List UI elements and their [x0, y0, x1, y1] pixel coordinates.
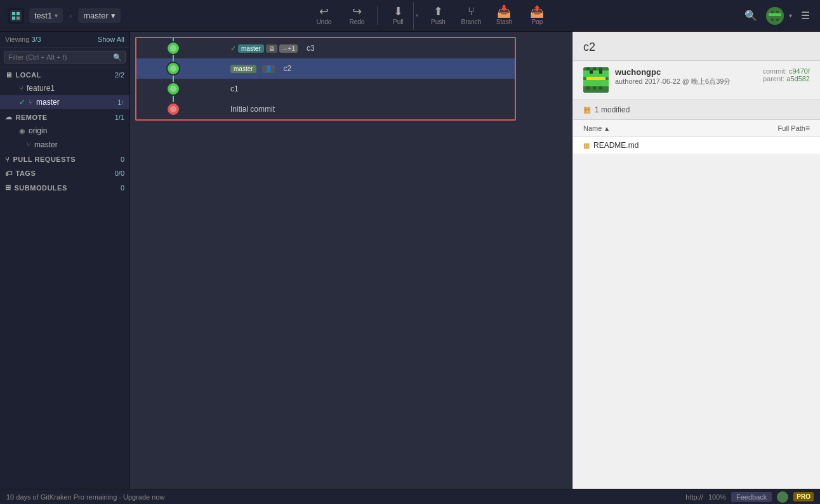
svg-rect-11 — [771, 18, 774, 21]
repo-name-text: test1 — [34, 11, 52, 20]
svg-rect-35 — [590, 70, 593, 74]
undo-label: Undo — [317, 18, 332, 25]
push-button[interactable]: ⬆ Push — [423, 2, 453, 30]
commit-graph-initial — [142, 99, 230, 119]
commit-message-initial: Initial commit — [230, 105, 275, 114]
commit-row-c2[interactable]: master 👤 c2 — [136, 58, 515, 79]
svg-point-21 — [170, 86, 176, 92]
local-section-header[interactable]: 🖥 LOCAL 2/2 — [0, 67, 129, 81]
svg-rect-3 — [17, 12, 20, 15]
commit-meta: commit: c9470f parent: a5d582 — [762, 67, 810, 83]
svg-rect-31 — [583, 80, 609, 86]
tags-section: 🏷 TAGS 0/0 — [0, 166, 129, 180]
author-date: authored 2017-06-22 @ 晚上6点39分 — [615, 77, 756, 86]
stash-button[interactable]: 📥 Stash — [489, 2, 519, 30]
submodules-section: ⊞ SUBMODULES 0 — [0, 180, 129, 194]
show-all-button[interactable]: Show All — [98, 36, 124, 43]
pull-requests-header[interactable]: ⑂ PULL REQUESTS 0 — [0, 152, 129, 166]
master-badge: 1↑ — [117, 99, 124, 106]
origin-branch-icon: ⑂ — [27, 141, 31, 149]
svg-rect-5 — [17, 17, 20, 20]
pr-count: 0 — [121, 156, 124, 163]
svg-rect-4 — [12, 17, 15, 20]
svg-rect-34 — [599, 86, 602, 90]
remote-section: ☁ REMOTE 1/1 ◉ origin ⑂ master — [0, 109, 129, 152]
svg-point-24 — [170, 106, 176, 112]
branch-item-icon-2: ⑂ — [29, 98, 33, 106]
branch-chevron-icon: ▾ — [111, 11, 116, 20]
redo-button[interactable]: ↪ Redo — [341, 2, 372, 30]
branch-name-text: master — [83, 11, 109, 20]
submodules-header[interactable]: ⊞ SUBMODULES 0 — [0, 180, 129, 194]
branch-icon: ⑂ — [468, 6, 475, 17]
master-label: master — [36, 98, 114, 107]
feature1-label: feature1 — [27, 84, 124, 93]
branch-selector[interactable]: master ▾ — [78, 8, 121, 23]
pop-button[interactable]: 📤 Pop — [522, 2, 552, 30]
local-title: 🖥 LOCAL — [5, 71, 41, 79]
svg-point-18 — [170, 65, 176, 72]
svg-rect-8 — [776, 11, 779, 13]
svg-rect-33 — [593, 86, 596, 90]
commit-graph: ✓ master 🖥 →+1 c3 — [135, 37, 516, 121]
viewing-text: Viewing 3/3 — [5, 36, 41, 43]
modified-icon: ▦ — [583, 105, 591, 114]
repo-selector[interactable]: test1 ▾ — [29, 8, 63, 23]
branch-label: Branch — [461, 18, 482, 25]
parent-label: parent: — [763, 75, 784, 83]
sidebar-item-master[interactable]: ✓ ⑂ master 1↑ — [0, 95, 129, 109]
remote-section-header[interactable]: ☁ REMOTE 1/1 — [0, 109, 129, 124]
commit-row-initial[interactable]: Initial commit — [136, 99, 515, 119]
tags-header[interactable]: 🏷 TAGS 0/0 — [0, 166, 129, 180]
push-icon: ⬆ — [433, 6, 443, 17]
file-row-readme[interactable]: ▦ README.md — [573, 137, 820, 154]
status-zoom: 100% — [708, 493, 726, 501]
tags-icon: 🏷 — [5, 169, 13, 177]
pull-label: Pull — [393, 18, 404, 25]
author-avatar — [583, 67, 609, 93]
sidebar-item-origin-master[interactable]: ⑂ master — [0, 138, 129, 152]
commit-initial-labels: Initial commit — [230, 105, 510, 114]
repo-chevron-icon: ▾ — [55, 12, 58, 19]
pull-button[interactable]: ⬇ Pull — [383, 2, 413, 30]
checkmark-icon: ✓ — [230, 44, 236, 53]
commit-row-c3[interactable]: ✓ master 🖥 →+1 c3 — [136, 38, 515, 58]
modified-bar: ▦ 1 modified — [573, 100, 820, 120]
main-layout: Viewing 3/3 Show All 🔍 🖥 LOCAL 2/2 ⑂ — [0, 32, 820, 489]
redo-icon: ↪ — [352, 6, 362, 17]
svg-rect-36 — [599, 70, 602, 74]
commit-row-c1[interactable]: c1 — [136, 79, 515, 99]
remote-title: ☁ REMOTE — [5, 113, 48, 121]
svg-rect-26 — [586, 67, 590, 70]
local-section: 🖥 LOCAL 2/2 ⑂ feature1 ✓ ⑂ master 1↑ — [0, 67, 129, 109]
svg-point-15 — [170, 45, 176, 51]
branch-button[interactable]: ⑂ Branch — [456, 2, 486, 30]
filter-wrap: 🔍 — [4, 51, 126, 63]
branch-tag-master-c3: master — [238, 44, 264, 53]
svg-rect-1 — [10, 10, 22, 22]
stash-label: Stash — [496, 18, 513, 25]
local-count: 2/2 — [115, 71, 124, 79]
avatar-chevron[interactable]: ▾ — [789, 12, 792, 19]
commit-title-bar: c2 — [573, 32, 820, 61]
pull-split-arrow[interactable]: ▾ — [413, 2, 420, 30]
filter-search-icon: 🔍 — [113, 53, 122, 62]
toolbar: test1 ▾ › master ▾ ↩ Undo ↪ Redo ⬇ Pull … — [0, 0, 820, 32]
search-button[interactable]: 🔍 — [741, 6, 761, 25]
remote-cloud-icon: ☁ — [5, 113, 13, 121]
commit-hash-row: commit: c9470f — [762, 67, 810, 75]
undo-button[interactable]: ↩ Undo — [308, 2, 339, 30]
origin-icon: ◉ — [19, 127, 25, 135]
sort-list-button[interactable]: ≡ — [805, 124, 810, 133]
commit-message-c1: c1 — [230, 84, 239, 93]
status-right: http:// 100% Feedback PRO — [685, 491, 814, 503]
sidebar-item-feature1[interactable]: ⑂ feature1 — [0, 81, 129, 95]
commit-hash: c9470f — [789, 67, 810, 75]
menu-button[interactable]: ☰ — [797, 6, 814, 25]
right-panel: c2 — [572, 32, 820, 489]
redo-label: Redo — [350, 18, 365, 25]
sidebar-item-origin[interactable]: ◉ origin — [0, 124, 129, 138]
svg-rect-29 — [583, 70, 609, 77]
feedback-button[interactable]: Feedback — [731, 492, 772, 502]
filter-input[interactable] — [4, 51, 126, 63]
